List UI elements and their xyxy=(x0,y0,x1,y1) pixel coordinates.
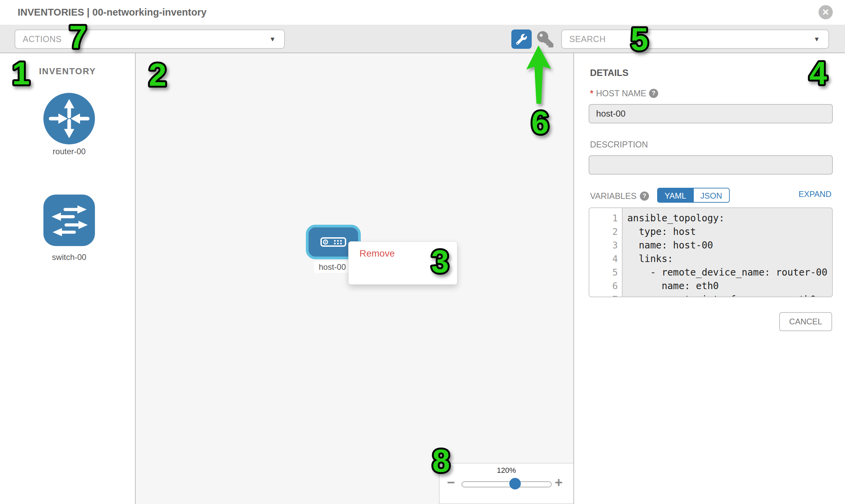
line-code: - remote_device_name: router-00 xyxy=(618,266,827,279)
inventory-heading: INVENTORY xyxy=(0,66,135,77)
description-input[interactable] xyxy=(589,155,833,175)
line-number: 1 xyxy=(589,212,618,225)
inventory-sidebar: INVENTORY router-00 xyxy=(0,53,136,504)
zoom-in-button[interactable]: + xyxy=(555,475,563,489)
router-icon xyxy=(43,140,95,145)
required-asterisk: * xyxy=(590,88,593,98)
context-menu-item-remove[interactable]: Remove xyxy=(349,245,457,263)
line-code: remote_interface_name: eth0 xyxy=(618,293,816,297)
editor-lines: 1ansible_topology: 2 type: host 3 name: … xyxy=(589,212,832,297)
help-icon[interactable]: ? xyxy=(640,192,649,201)
variables-label: VARIABLES xyxy=(590,191,636,201)
details-panel: DETAILS * HOST NAME ? DESCRIPTION VARIAB… xyxy=(575,53,845,504)
variables-format-toggle: YAML JSON xyxy=(657,188,730,203)
wrench-icon xyxy=(516,34,527,45)
line-number: 2 xyxy=(589,225,618,239)
line-number: 6 xyxy=(589,279,618,293)
variables-editor[interactable]: 1ansible_topology: 2 type: host 3 name: … xyxy=(589,208,833,297)
zoom-control: 120% − + xyxy=(439,463,574,504)
description-label: DESCRIPTION xyxy=(590,140,648,149)
device-label: router-00 xyxy=(23,147,115,156)
line-code: ansible_topology: xyxy=(618,212,725,225)
host-node-label: host-00 xyxy=(314,261,351,273)
editor-line: 3 name: host-00 xyxy=(589,239,832,252)
line-code: type: host xyxy=(618,225,696,239)
zoom-slider-track[interactable] xyxy=(461,481,552,487)
variables-label-row: VARIABLES ? xyxy=(590,191,649,201)
zoom-level: 120% xyxy=(439,466,574,475)
line-number: 4 xyxy=(589,252,618,266)
expand-link[interactable]: EXPAND xyxy=(798,190,831,199)
chevron-down-icon: ▼ xyxy=(269,30,276,48)
actions-dropdown[interactable]: ACTIONS ▼ xyxy=(15,30,285,49)
context-menu: Details Remove xyxy=(348,241,457,285)
key-icon[interactable] xyxy=(537,31,553,48)
line-code: name: eth0 xyxy=(618,279,719,293)
search-dropdown[interactable]: SEARCH ▼ xyxy=(561,30,829,49)
line-code: name: host-00 xyxy=(618,239,713,252)
line-code: links: xyxy=(618,252,673,266)
host-name-label-row: * HOST NAME ? xyxy=(590,88,658,98)
header: INVENTORIES | 00-networking-inventory ✕ xyxy=(0,0,845,25)
help-icon[interactable]: ? xyxy=(649,89,658,98)
line-number: 5 xyxy=(589,266,618,279)
networking-inventory-app: INVENTORIES | 00-networking-inventory ✕ … xyxy=(0,0,845,504)
editor-line: 6 name: eth0 xyxy=(589,279,832,293)
search-dropdown-label: SEARCH xyxy=(569,30,605,48)
host-icon xyxy=(320,237,347,247)
zoom-slider-handle[interactable] xyxy=(509,478,521,489)
json-toggle-button[interactable]: JSON xyxy=(694,188,730,203)
page-title: INVENTORIES | 00-networking-inventory xyxy=(18,0,207,25)
editor-line: 5 - remote_device_name: router-00 xyxy=(589,266,832,279)
palette-item-switch[interactable]: switch-00 xyxy=(43,195,95,248)
chevron-down-icon: ▼ xyxy=(813,30,820,48)
switch-icon xyxy=(43,241,95,247)
yaml-toggle-button[interactable]: YAML xyxy=(657,188,694,203)
topology-canvas[interactable]: host-00 Details Remove 120% − + xyxy=(136,53,574,504)
cancel-button[interactable]: CANCEL xyxy=(779,312,832,331)
host-name-input[interactable] xyxy=(589,104,833,123)
editor-line: 2 type: host xyxy=(589,225,832,239)
toolbar: ACTIONS ▼ SEARCH ▼ xyxy=(0,25,845,53)
editor-line: 7 remote_interface_name: eth0 xyxy=(589,293,832,297)
actions-dropdown-label: ACTIONS xyxy=(23,30,62,48)
line-number: 7 xyxy=(589,293,618,297)
zoom-out-button[interactable]: − xyxy=(447,475,455,489)
host-name-label: HOST NAME xyxy=(596,88,646,98)
toolkit-button[interactable] xyxy=(511,30,532,49)
device-label: switch-00 xyxy=(23,252,115,262)
palette-item-router[interactable]: router-00 xyxy=(43,93,95,146)
description-label-row: DESCRIPTION xyxy=(590,140,648,149)
editor-line: 1ansible_topology: xyxy=(589,212,832,225)
line-number: 3 xyxy=(589,239,618,252)
details-heading: DETAILS xyxy=(590,68,629,78)
editor-line: 4 links: xyxy=(589,252,832,266)
close-icon[interactable]: ✕ xyxy=(818,5,833,19)
